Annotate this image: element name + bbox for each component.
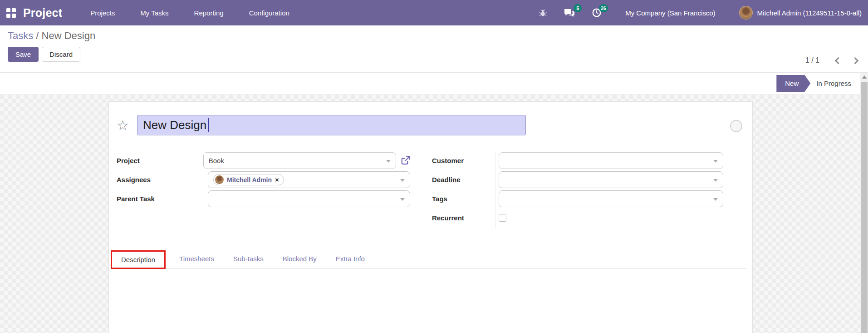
tab-sub-tasks[interactable]: Sub-tasks: [224, 249, 273, 268]
field-row-recurrent: Recurrent: [432, 209, 724, 226]
menu-configuration[interactable]: Configuration: [249, 9, 289, 17]
activities-badge: 26: [599, 4, 608, 12]
favorite-star-icon[interactable]: ☆: [117, 119, 137, 132]
user-avatar: [739, 6, 753, 20]
field-row-project: Project Book: [117, 152, 411, 169]
stage-new[interactable]: New: [776, 75, 810, 92]
project-value: Book: [209, 157, 224, 164]
form-buttons: Save Discard: [8, 47, 868, 62]
tab-blocked-by[interactable]: Blocked By: [273, 249, 326, 268]
stage-in-progress[interactable]: In Progress: [816, 80, 851, 87]
right-field-column: Customer Deadline Tags: [432, 152, 724, 229]
app-name[interactable]: Project: [23, 6, 62, 20]
form-background: ☆ New Design Project Book: [0, 95, 860, 333]
recurrent-label: Recurrent: [432, 214, 499, 222]
user-menu[interactable]: Mitchell Admin (11249511-15-0-all): [739, 6, 862, 20]
apps-menu-icon[interactable]: [6, 8, 16, 18]
text-cursor: [208, 118, 209, 132]
tab-extra-info[interactable]: Extra Info: [326, 249, 374, 268]
task-form-sheet: ☆ New Design Project Book: [108, 101, 753, 333]
breadcrumb-current: New Design: [42, 30, 96, 41]
save-button[interactable]: Save: [8, 47, 39, 62]
tab-description[interactable]: Description: [112, 252, 164, 268]
recurrent-checkbox[interactable]: [499, 214, 506, 222]
left-field-column: Project Book Assignees Mitchell Admin: [117, 152, 411, 229]
task-title-value: New Design: [143, 118, 206, 132]
project-input[interactable]: Book: [203, 152, 396, 169]
assignee-name: Mitchell Admin: [227, 176, 272, 184]
field-row-parent-task: Parent Task: [117, 190, 411, 207]
user-name: Mitchell Admin (11249511-15-0-all): [757, 9, 862, 17]
scrollbar-thumb[interactable]: [861, 82, 868, 333]
annotation-highlight-box: Description: [111, 250, 166, 269]
title-row: ☆ New Design: [117, 115, 752, 135]
assignee-tag[interactable]: Mitchell Admin ×: [213, 174, 284, 185]
tags-label: Tags: [432, 195, 499, 203]
pager-next-icon[interactable]: [852, 57, 859, 64]
customer-label: Customer: [432, 157, 499, 164]
customer-input[interactable]: [499, 152, 723, 169]
deadline-input[interactable]: [499, 171, 723, 188]
field-grid: Project Book Assignees Mitchell Admin: [117, 152, 752, 229]
parent-task-input[interactable]: [208, 190, 410, 207]
remove-tag-icon[interactable]: ×: [275, 176, 279, 183]
description-tab-content[interactable]: [109, 268, 752, 333]
field-row-assignees: Assignees Mitchell Admin ×: [117, 171, 411, 188]
statusbar: New In Progress: [0, 73, 868, 94]
breadcrumb-separator: /: [33, 30, 41, 41]
assignee-avatar: [215, 175, 224, 184]
pager-previous-icon[interactable]: [835, 57, 842, 64]
project-label: Project: [117, 157, 203, 164]
messages-icon[interactable]: 5: [564, 8, 575, 18]
discard-button[interactable]: Discard: [42, 47, 80, 62]
breadcrumb: Tasks / New Design: [8, 30, 868, 42]
pager-value[interactable]: 1 / 1: [805, 56, 819, 65]
main-menu: Projects My Tasks Reporting Configuratio…: [90, 9, 289, 17]
scroll-up-icon[interactable]: [860, 73, 868, 81]
activities-icon[interactable]: 26: [592, 8, 602, 18]
deadline-label: Deadline: [432, 176, 499, 184]
field-row-deadline: Deadline: [432, 171, 724, 188]
pager: 1 / 1: [805, 56, 858, 65]
task-title-input[interactable]: New Design: [137, 115, 526, 135]
company-switcher[interactable]: My Company (San Francisco): [625, 9, 715, 17]
control-panel: Tasks / New Design Save Discard 1 / 1: [0, 25, 868, 73]
breadcrumb-tasks-link[interactable]: Tasks: [8, 30, 33, 41]
messages-badge: 5: [574, 4, 582, 12]
menu-my-tasks[interactable]: My Tasks: [140, 9, 168, 17]
tab-timesheets[interactable]: Timesheets: [170, 249, 224, 268]
top-navbar: Project Projects My Tasks Reporting Conf…: [0, 0, 868, 25]
dropdown-caret-icon[interactable]: [713, 160, 718, 163]
assignees-label: Assignees: [117, 176, 208, 184]
tags-input[interactable]: [499, 190, 723, 207]
notebook-tabs: Description Timesheets Sub-tasks Blocked…: [115, 249, 746, 268]
dropdown-caret-icon[interactable]: [386, 160, 391, 163]
dropdown-caret-icon[interactable]: [400, 179, 405, 182]
menu-reporting[interactable]: Reporting: [194, 9, 224, 17]
dropdown-caret-icon[interactable]: [400, 198, 405, 201]
field-row-customer: Customer: [432, 152, 724, 169]
bug-icon[interactable]: [539, 9, 547, 17]
kanban-state-icon[interactable]: [730, 120, 742, 132]
parent-task-label: Parent Task: [117, 195, 208, 203]
menu-projects[interactable]: Projects: [90, 9, 115, 17]
dropdown-caret-icon[interactable]: [713, 198, 718, 201]
external-link-icon[interactable]: [400, 155, 411, 166]
navbar-systray: 5 26 My Company (San Francisco) Mitchell…: [522, 6, 862, 20]
vertical-scrollbar[interactable]: [860, 73, 868, 333]
field-row-tags: Tags: [432, 190, 724, 207]
dropdown-caret-icon[interactable]: [713, 179, 718, 182]
assignees-input[interactable]: Mitchell Admin ×: [208, 171, 410, 188]
